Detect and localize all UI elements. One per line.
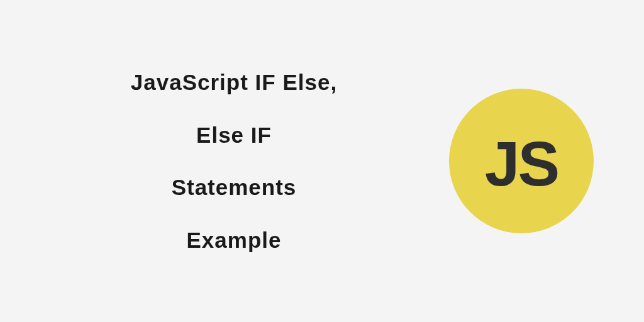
title-line-2: Else IF bbox=[57, 121, 411, 150]
logo-text: JS bbox=[485, 128, 558, 200]
title-line-4: Example bbox=[57, 226, 411, 255]
title-block: JavaScript IF Else, Else IF Statements E… bbox=[57, 68, 411, 254]
hero-content: JavaScript IF Else, Else IF Statements E… bbox=[0, 68, 644, 254]
title-line-3: Statements bbox=[57, 173, 411, 202]
javascript-logo-icon: JS bbox=[449, 89, 594, 233]
title-line-1: JavaScript IF Else, bbox=[57, 68, 411, 97]
